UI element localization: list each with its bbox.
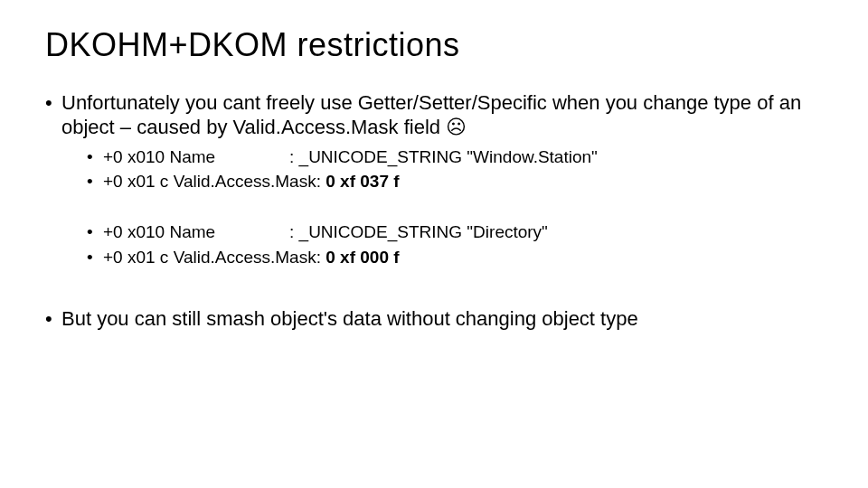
field-label: +0 x010 Name: [103, 221, 289, 244]
field-sep: :: [316, 172, 326, 191]
field-sep: :: [289, 222, 299, 241]
field-value: 0 xf 000 f: [326, 248, 399, 267]
slide: DKOHM+DKOM restrictions Unfortunately yo…: [0, 0, 868, 488]
spacer: [45, 276, 823, 306]
sub-bullet-2: +0 x01 c Valid.Access.Mask: 0 xf 037 f: [87, 170, 823, 193]
sub-bullet-4: +0 x01 c Valid.Access.Mask: 0 xf 000 f: [87, 246, 823, 269]
bullet-1: Unfortunately you cant freely use Getter…: [45, 90, 823, 269]
field-label: +0 x01 c Valid.Access.Mask: [103, 246, 316, 269]
sub-bullet-1: +0 x010 Name: _UNICODE_STRING "Window.St…: [87, 145, 823, 169]
bullet-list: Unfortunately you cant freely use Getter…: [45, 90, 823, 332]
field-value: 0 xf 037 f: [326, 172, 399, 191]
bullet-2-text: But you can still smash object's data wi…: [61, 307, 638, 330]
spacer: [61, 195, 823, 215]
field-value: _UNICODE_STRING "Window.Station": [299, 147, 598, 166]
sub-bullet-3: +0 x010 Name: _UNICODE_STRING "Directory…: [87, 221, 823, 244]
slide-title: DKOHM+DKOM restrictions: [45, 27, 823, 63]
field-label: +0 x010 Name: [103, 145, 289, 169]
field-label: +0 x01 c Valid.Access.Mask: [103, 170, 316, 193]
sub-list-2: +0 x010 Name: _UNICODE_STRING "Directory…: [61, 221, 823, 268]
frown-icon: ☹: [446, 116, 467, 138]
field-sep: :: [289, 147, 299, 166]
field-value: _UNICODE_STRING "Directory": [299, 222, 548, 241]
bullet-2: But you can still smash object's data wi…: [45, 306, 823, 332]
field-sep: :: [316, 248, 326, 267]
sub-list-1: +0 x010 Name: _UNICODE_STRING "Window.St…: [61, 145, 823, 193]
bullet-1-text: Unfortunately you cant freely use Getter…: [61, 91, 801, 139]
